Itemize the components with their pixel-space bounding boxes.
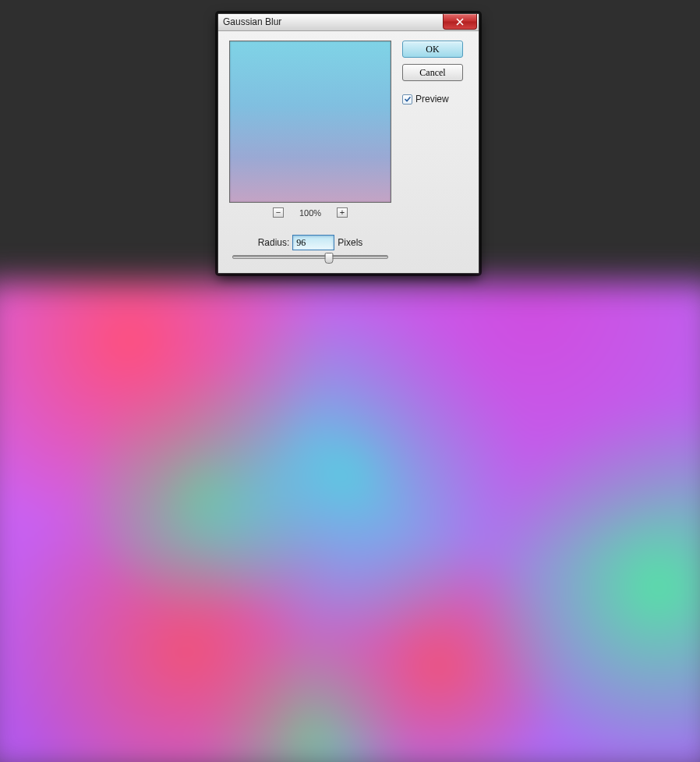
radius-input[interactable] (292, 235, 334, 250)
radius-slider[interactable] (232, 255, 388, 259)
close-icon (455, 18, 465, 26)
blurred-canvas-preview (0, 282, 700, 762)
check-icon (404, 95, 412, 103)
radius-unit: Pixels (338, 237, 362, 248)
preview-toggle-row: Preview (402, 94, 463, 105)
preview-label: Preview (415, 94, 449, 105)
ok-label: OK (426, 44, 439, 55)
right-column: OK Cancel Preview (402, 41, 463, 259)
minus-icon: − (276, 208, 281, 217)
plus-icon: + (340, 208, 345, 217)
cancel-label: Cancel (419, 67, 445, 79)
zoom-controls: − 100% + (273, 207, 348, 218)
zoom-out-button[interactable]: − (273, 207, 284, 218)
zoom-level-label: 100% (299, 208, 321, 218)
cancel-button[interactable]: Cancel (402, 64, 463, 81)
radius-row: Radius: Pixels (258, 235, 363, 250)
gaussian-blur-dialog: Gaussian Blur − 100% + Radius: Pixels (217, 13, 479, 274)
radius-label: Radius: (258, 237, 290, 248)
ok-button[interactable]: OK (402, 41, 463, 58)
dialog-title: Gaussian Blur (218, 14, 443, 30)
left-column: − 100% + Radius: Pixels (229, 41, 391, 259)
close-button[interactable] (443, 14, 477, 30)
slider-handle[interactable] (324, 253, 333, 264)
zoom-in-button[interactable]: + (337, 207, 348, 218)
preview-checkbox[interactable] (402, 94, 412, 105)
titlebar[interactable]: Gaussian Blur (218, 14, 479, 31)
dialog-body: − 100% + Radius: Pixels OK Cancel (218, 31, 479, 273)
effect-preview[interactable] (229, 41, 391, 203)
